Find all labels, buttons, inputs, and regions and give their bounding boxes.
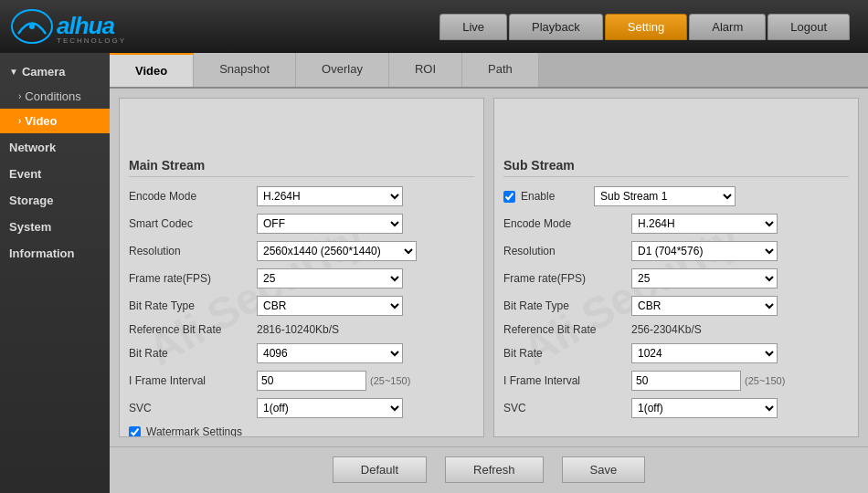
sub-encode-mode-row: Encode Mode H.264HH.264H.265 <box>503 214 849 234</box>
tab-setting[interactable]: Setting <box>605 14 687 40</box>
sub-iframe-label: I Frame Interval <box>503 374 631 387</box>
main-encode-mode-select[interactable]: H.264HH.264H.265MJPEG <box>257 186 403 206</box>
main-smart-codec-label: Smart Codec <box>129 217 257 230</box>
sidebar-network-label: Network <box>9 141 56 154</box>
sub-stream-title: Sub Stream <box>503 158 849 177</box>
main-fps-label: Frame rate(FPS) <box>129 272 257 285</box>
sub-fps-select[interactable]: 253015 <box>631 268 778 288</box>
sub-resolution-row: Resolution D1 (704*576)CIFQCIF <box>503 241 849 261</box>
main-resolution-select[interactable]: 2560x1440 (2560*1440)1920x10801280x720 <box>257 241 417 261</box>
main-fps-select[interactable]: 253015 <box>257 268 403 288</box>
main-resolution-row: Resolution 2560x1440 (2560*1440)1920x108… <box>129 241 474 261</box>
sub-tab-snapshot[interactable]: Snapshot <box>194 53 296 87</box>
sidebar-section-network[interactable]: Network <box>0 133 110 160</box>
main-layout: ▼ Camera › Conditions › Video Network Ev… <box>0 53 868 493</box>
save-button[interactable]: Save <box>562 456 646 483</box>
sidebar-section-storage[interactable]: Storage <box>0 186 110 213</box>
main-iframe-row: I Frame Interval (25~150) <box>129 371 474 391</box>
tab-playback[interactable]: Playback <box>509 14 603 40</box>
bottom-buttons: Default Refresh Save <box>110 446 868 492</box>
main-watermark-checkbox[interactable] <box>129 426 141 438</box>
sub-tab-path[interactable]: Path <box>462 53 539 87</box>
sub-fps-row: Frame rate(FPS) 253015 <box>503 268 849 288</box>
refresh-button[interactable]: Refresh <box>445 456 544 483</box>
sidebar-system-label: System <box>9 220 51 234</box>
main-encode-mode-label: Encode Mode <box>129 190 257 203</box>
sub-svc-select[interactable]: 1(off)23 <box>631 398 778 418</box>
tab-logout[interactable]: Logout <box>767 14 850 40</box>
sidebar-storage-label: Storage <box>9 194 53 207</box>
sidebar-section-camera[interactable]: ▼ Camera <box>0 58 110 84</box>
tab-live[interactable]: Live <box>439 14 507 40</box>
settings-area: Ali Security Main Stream Encode Mode H.2… <box>110 89 868 446</box>
main-ref-bitrate-label: Reference Bit Rate <box>129 323 257 336</box>
sub-resolution-label: Resolution <box>503 245 631 257</box>
sub-bitrate-type-select[interactable]: CBRVBR <box>631 296 778 316</box>
main-ref-bitrate-row: Reference Bit Rate 2816-10240Kb/S <box>129 323 474 336</box>
sub-enable-checkbox[interactable] <box>503 191 515 203</box>
sub-ref-bitrate-row: Reference Bit Rate 256-2304Kb/S <box>503 323 849 336</box>
main-watermark-checkbox-row: Watermark Settings <box>129 425 474 437</box>
sub-bitrate-select[interactable]: 10242048512 <box>631 343 778 363</box>
sub-bitrate-row: Bit Rate 10242048512 <box>503 343 849 363</box>
tab-alarm[interactable]: Alarm <box>689 14 766 40</box>
sidebar-section-event[interactable]: Event <box>0 160 110 186</box>
main-bitrate-type-label: Bit Rate Type <box>129 299 257 312</box>
sub-stream-select[interactable]: Sub Stream 1Sub Stream 2 <box>594 186 736 206</box>
conditions-arrow-icon: › <box>18 91 21 101</box>
sidebar-information-label: Information <box>9 246 75 260</box>
main-svc-label: SVC <box>129 402 257 414</box>
header: alhua TECHNOLOGY Live Playback Setting A… <box>0 0 868 53</box>
sub-tab-overlay[interactable]: Overlay <box>296 53 389 87</box>
main-iframe-input[interactable] <box>257 371 366 391</box>
sub-tab-roi[interactable]: ROI <box>389 53 462 87</box>
nav-tabs: Live Playback Setting Alarm Logout <box>439 14 850 40</box>
sub-tabs: Video Snapshot Overlay ROI Path <box>110 53 868 89</box>
sub-resolution-select[interactable]: D1 (704*576)CIFQCIF <box>631 241 778 261</box>
sidebar-section-system[interactable]: System <box>0 213 110 239</box>
sidebar-item-video[interactable]: › Video <box>0 109 110 133</box>
sidebar-item-conditions[interactable]: › Conditions <box>0 84 110 109</box>
sidebar-event-label: Event <box>9 167 41 181</box>
sub-ref-bitrate-label: Reference Bit Rate <box>503 323 631 336</box>
sub-iframe-input[interactable] <box>631 371 741 391</box>
sub-encode-mode-select[interactable]: H.264HH.264H.265 <box>631 214 778 234</box>
default-button[interactable]: Default <box>333 456 427 483</box>
sub-ref-bitrate-value: 256-2304Kb/S <box>631 323 702 336</box>
sub-iframe-hint: (25~150) <box>745 375 785 386</box>
main-svc-row: SVC 1(off)23 <box>129 398 474 418</box>
main-fps-row: Frame rate(FPS) 253015 <box>129 268 474 288</box>
main-resolution-label: Resolution <box>129 245 257 257</box>
main-stream-title: Main Stream <box>129 158 474 177</box>
sidebar-section-information[interactable]: Information <box>0 239 110 266</box>
logo-sub: TECHNOLOGY <box>57 37 126 45</box>
sidebar: ▼ Camera › Conditions › Video Network Ev… <box>0 53 110 493</box>
sub-enable-label: Enable <box>521 190 594 203</box>
main-encode-mode-row: Encode Mode H.264HH.264H.265MJPEG <box>129 186 474 206</box>
sidebar-camera-label: Camera <box>22 65 66 79</box>
main-stream-panel: Ali Security Main Stream Encode Mode H.2… <box>119 98 484 437</box>
sidebar-video-label: Video <box>25 114 57 128</box>
main-smart-codec-row: Smart Codec OFFON <box>129 214 474 234</box>
sub-bitrate-label: Bit Rate <box>503 347 631 360</box>
main-bitrate-type-select[interactable]: CBRVBR <box>257 296 403 316</box>
main-svc-select[interactable]: 1(off)23 <box>257 398 403 418</box>
video-arrow-icon: › <box>18 116 21 126</box>
main-bitrate-select[interactable]: 409681922048 <box>257 343 403 363</box>
sub-enable-row: Enable Sub Stream 1Sub Stream 2 <box>503 186 849 206</box>
logo-icon <box>9 8 55 45</box>
main-iframe-hint: (25~150) <box>370 375 410 386</box>
main-bitrate-label: Bit Rate <box>129 347 257 360</box>
main-iframe-label: I Frame Interval <box>129 374 257 387</box>
sub-iframe-row: I Frame Interval (25~150) <box>503 371 849 391</box>
sub-fps-label: Frame rate(FPS) <box>503 272 631 285</box>
sub-encode-mode-label: Encode Mode <box>503 217 631 230</box>
sub-tab-video[interactable]: Video <box>110 53 194 87</box>
sidebar-conditions-label: Conditions <box>25 89 80 103</box>
sub-svc-label: SVC <box>503 402 631 414</box>
svg-point-1 <box>29 24 35 29</box>
main-smart-codec-select[interactable]: OFFON <box>257 214 403 234</box>
camera-arrow-icon: ▼ <box>9 67 18 77</box>
sub-stream-panel: Ali Security Sub Stream Enable Sub Strea… <box>493 98 859 437</box>
main-watermark-label: Watermark Settings <box>146 425 242 437</box>
